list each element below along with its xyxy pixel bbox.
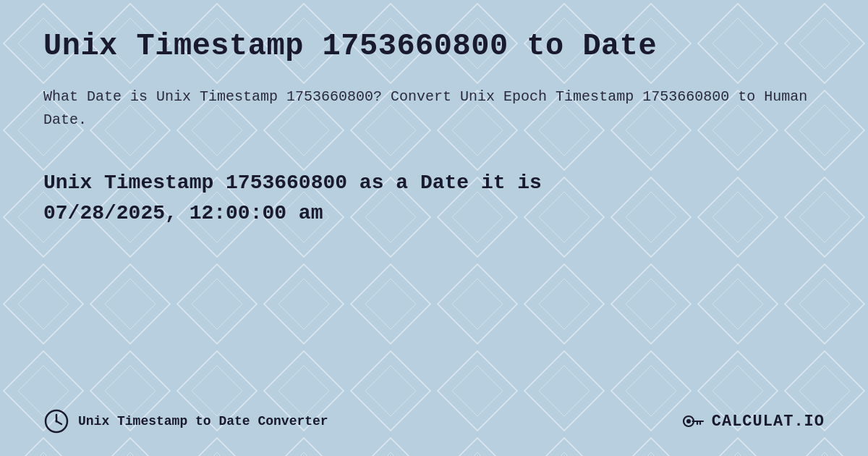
page-content: Unix Timestamp 1753660800 to Date What D…: [0, 0, 868, 456]
result-line1: Unix Timestamp 1753660800 as a Date it i…: [43, 172, 542, 194]
page-description: What Date is Unix Timestamp 1753660800? …: [43, 85, 825, 132]
logo-text: CALCULAT.IO: [712, 413, 825, 431]
clock-icon: [43, 408, 69, 434]
svg-point-7: [56, 421, 58, 423]
footer: Unix Timestamp to Date Converter CALCULA…: [43, 397, 825, 434]
result-section: Unix Timestamp 1753660800 as a Date it i…: [43, 168, 825, 229]
footer-left: Unix Timestamp to Date Converter: [43, 408, 328, 434]
result-line2: 07/28/2025, 12:00:00 am: [43, 202, 323, 224]
footer-label: Unix Timestamp to Date Converter: [78, 414, 328, 428]
svg-point-12: [686, 419, 691, 423]
page-title: Unix Timestamp 1753660800 to Date: [43, 29, 825, 64]
logo-icon: [680, 408, 706, 434]
logo-area: CALCULAT.IO: [680, 408, 825, 434]
